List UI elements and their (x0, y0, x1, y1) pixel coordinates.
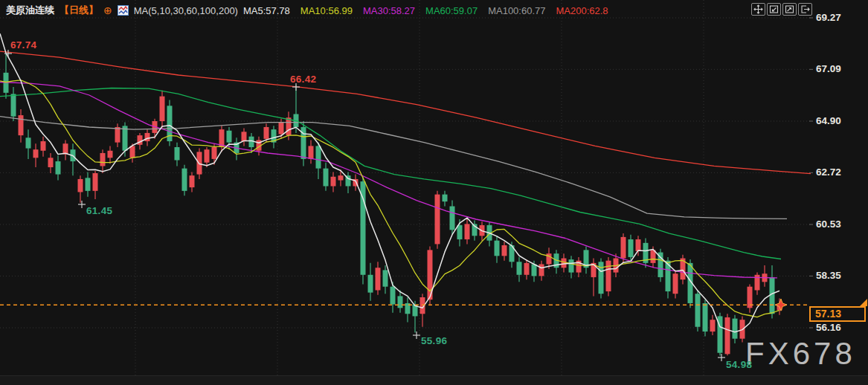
candle-down (324, 169, 329, 187)
candle-up (63, 143, 68, 154)
low-price-annotation: 54.98 (726, 359, 752, 370)
candle-down (368, 275, 373, 293)
time-axis-strip (0, 375, 868, 385)
candle-down (495, 241, 500, 256)
axis-tick-label: 64.90 (816, 115, 864, 126)
ma-legend-item: MA30:58.27 (363, 5, 415, 16)
candle-up (33, 149, 39, 158)
candle-down (182, 169, 187, 191)
pan-crosshair-icon[interactable] (751, 3, 765, 16)
scale-left-icon[interactable] (767, 3, 781, 16)
ma-legend-item: MA10:56.99 (300, 5, 353, 16)
candle-down (227, 131, 232, 143)
period-label[interactable]: 【日线】 (60, 4, 98, 17)
candle-down (629, 239, 634, 257)
crosshair-toggle-icon[interactable]: ⊕ (103, 5, 112, 16)
candle-up (331, 177, 336, 187)
candle-down (532, 264, 537, 276)
scale-right-icon[interactable] (782, 3, 797, 16)
candle-up (41, 141, 46, 151)
candlestick-chart-canvas[interactable] (0, 0, 868, 385)
chart-toolbar (751, 3, 812, 16)
fx678-watermark: FX678 (745, 336, 856, 372)
candle-up (160, 97, 165, 121)
candle-down (398, 296, 403, 308)
candle-up (562, 259, 567, 268)
candle-up (524, 263, 530, 275)
axis-tick-label: 56.16 (816, 322, 864, 333)
candle-down (450, 207, 455, 230)
candle-up (115, 127, 120, 143)
candle-up (48, 158, 54, 167)
candle-down (390, 287, 396, 305)
candle-up (93, 173, 98, 191)
axis-tick-label: 58.35 (816, 270, 864, 281)
ma10-line (0, 80, 779, 317)
candle-up (309, 146, 314, 158)
candle-up (539, 264, 544, 276)
chart-header: 美原油连续 【日线】 ⊕ MA(5,10,30,60,100,200) MA5:… (6, 3, 619, 18)
exit-right-icon[interactable] (798, 3, 812, 16)
candle-down (569, 259, 574, 272)
candle-up (212, 147, 217, 159)
candle-up (606, 261, 611, 291)
chart-style-icon[interactable] (118, 5, 129, 16)
candles-layer (4, 54, 782, 356)
candle-up (435, 195, 440, 245)
candle-down (703, 303, 708, 331)
candle-down (123, 126, 128, 150)
low-price-annotation: 61.45 (86, 205, 112, 216)
ma-legend-item: MA100:60.77 (488, 5, 545, 16)
high-price-annotation: 66.42 (290, 74, 316, 85)
candle-down (383, 270, 388, 286)
candle-down (11, 94, 16, 116)
candle-down (175, 147, 180, 160)
candle-down (695, 294, 701, 327)
candle-down (56, 161, 61, 174)
candle-up (673, 274, 678, 294)
candle-down (26, 138, 31, 148)
candle-up (78, 179, 83, 192)
price-alert-arrow-icon (860, 299, 867, 306)
grid-layer (0, 0, 813, 375)
candle-up (286, 117, 292, 135)
current-price-tag: 57.13 (809, 306, 866, 322)
candle-down (316, 146, 321, 168)
candle-up (108, 151, 113, 158)
candle-up (636, 239, 641, 251)
ma-indicator-label: MA(5,10,30,60,100,200) (134, 5, 238, 16)
candle-up (145, 133, 150, 141)
candle-up (376, 268, 381, 290)
candle-up (279, 123, 284, 135)
candle-down (733, 319, 738, 339)
candle-up (205, 149, 210, 162)
ma-legend-item: MA60:59.07 (425, 5, 478, 16)
ma30-line (0, 82, 777, 278)
latest-price-star-icon (775, 299, 787, 311)
candle-down (443, 195, 448, 202)
candle-up (710, 320, 716, 331)
ma60-line (0, 88, 781, 259)
candle-up (338, 175, 344, 180)
high-price-annotation: 67.74 (10, 39, 36, 51)
chart-app-window: 美原油连续 【日线】 ⊕ MA(5,10,30,60,100,200) MA5:… (0, 0, 868, 385)
candle-up (264, 127, 269, 139)
candle-down (457, 225, 463, 239)
ma5-line (0, 33, 779, 332)
candle-up (19, 115, 24, 135)
ma-legend-item: MA200:62.8 (556, 5, 608, 16)
candle-up (725, 317, 730, 354)
candle-up (621, 237, 626, 259)
low-price-annotation: 55.96 (421, 335, 447, 346)
symbol-title: 美原油连续 (6, 4, 54, 17)
ma-legend: MA5:57.78MA10:56.99MA30:58.27MA60:59.07M… (243, 5, 619, 16)
candle-down (86, 178, 91, 190)
candle-up (190, 175, 195, 187)
candle-up (100, 153, 106, 166)
ma-legend-item: MA5:57.78 (243, 5, 290, 16)
axis-tick-label: 69.27 (816, 12, 864, 23)
axis-tick-label: 67.09 (816, 63, 864, 74)
candle-up (465, 224, 470, 239)
candle-up (242, 132, 247, 141)
candle-down (517, 262, 522, 274)
